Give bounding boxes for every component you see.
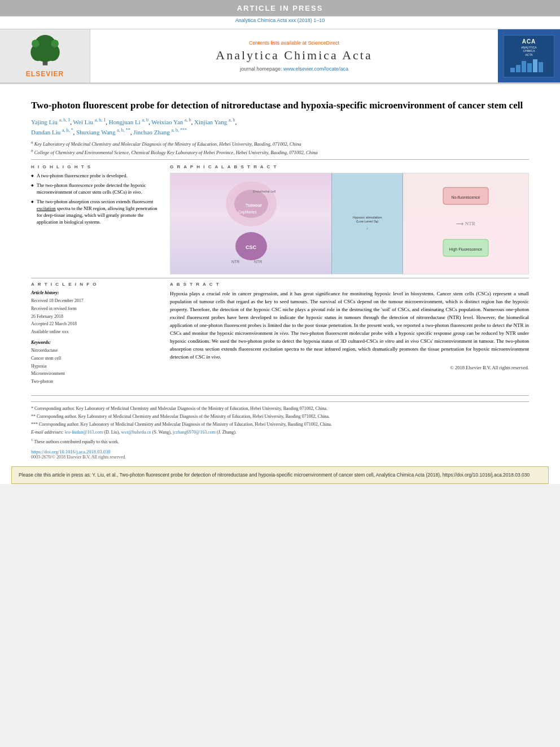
keyword-1: Nitroreductase bbox=[31, 347, 161, 355]
article-history-label: Article history: bbox=[31, 290, 161, 295]
journal-meta-line: Analytica Chimica Acta xxx (2018) 1–10 bbox=[0, 16, 560, 25]
author-shuxiang-wang: Shuxiang Wang bbox=[76, 129, 116, 136]
authors-line: Yajing Liu a, b, 1, Wei Liu a, b, 1, Hon… bbox=[31, 117, 529, 138]
page-wrapper: ARTICLE IN PRESS Analytica Chimica Acta … bbox=[0, 0, 560, 484]
svg-rect-11 bbox=[539, 62, 543, 72]
journal-header: ELSEVIER Contents lists available at Sci… bbox=[0, 25, 560, 84]
svg-rect-7 bbox=[516, 65, 520, 72]
ga-inner: Tumour Capillaries CSC NTR NTR Endotheli… bbox=[170, 173, 528, 274]
email-link-3[interactable]: jczhang6970@163.com bbox=[173, 430, 216, 435]
aca-logo-text: ACA bbox=[522, 38, 536, 45]
author-hongjuan-li: Hongjuan Li bbox=[109, 118, 141, 125]
journal-ref: Analytica Chimica Acta xxx (2018) 1–10 bbox=[235, 18, 325, 23]
highlight-item-3: The two-photon absorption cross section … bbox=[31, 199, 161, 226]
keywords-label: Keywords: bbox=[31, 340, 161, 345]
author-jinchao-zhang: Jinchao Zhang bbox=[133, 129, 169, 136]
graphical-abstract-header: G R A P H I C A L A B S T R A C T bbox=[170, 164, 529, 169]
affiliation-b: b College of Chemistry and Environmental… bbox=[31, 148, 529, 156]
footnote-triple-star: *** Corresponding author. Key Laboratory… bbox=[31, 421, 529, 428]
keyword-3: Hypoxia bbox=[31, 362, 161, 370]
received-revised-label: Received in revised form bbox=[31, 305, 161, 313]
author-dandan-liu: Dandan Liu bbox=[31, 129, 60, 136]
journal-homepage: journal homepage: www.elsevier.com/locat… bbox=[240, 66, 348, 72]
svg-text:CSC: CSC bbox=[246, 244, 257, 250]
svg-point-5 bbox=[51, 40, 59, 47]
author-wei-liu: Wei Liu bbox=[73, 118, 93, 125]
ga-high-fluorescence: High Fluorescence bbox=[440, 234, 491, 266]
available-online: Available online xxx bbox=[31, 328, 161, 336]
footnotes-section: * Corresponding author. Key Laboratory o… bbox=[31, 401, 529, 445]
abstract-header: A B S T R A C T bbox=[170, 282, 529, 287]
svg-rect-8 bbox=[522, 61, 526, 72]
footnote-equal-contribution: 1 These authors contributed equally to t… bbox=[31, 437, 529, 445]
email-link-2[interactable]: wsx@huhedu.cn bbox=[121, 430, 151, 435]
sciencedirect-prefix: Contents lists available at bbox=[249, 40, 308, 46]
main-content: Two-photon fluorescent probe for detecti… bbox=[0, 84, 560, 391]
ga-no-fluorescence: No-fluorescence bbox=[440, 182, 491, 214]
sciencedirect-line: Contents lists available at ScienceDirec… bbox=[249, 40, 339, 46]
citation-text: Please cite this article in press as: Y.… bbox=[19, 471, 541, 479]
article-info-left: A R T I C L E I N F O Article history: R… bbox=[31, 282, 161, 385]
ga-arrow-down: ↓ bbox=[366, 226, 368, 230]
footnote-double-star: ** Corresponding author. Key Laboratory … bbox=[31, 413, 529, 420]
highlight-item-2: The two-photon fluorescence probe detect… bbox=[31, 182, 161, 196]
received-date: Received 18 December 2017 bbox=[31, 297, 161, 305]
highlights-header: H I G H L I G H T S bbox=[31, 164, 161, 169]
elsevier-label: ELSEVIER bbox=[26, 70, 64, 78]
svg-rect-10 bbox=[533, 59, 537, 72]
highlights-graphical-section: H I G H L I G H T S A two-photon fluores… bbox=[31, 164, 529, 274]
affiliations: a Key Laboratory of Medicinal Chemistry … bbox=[31, 139, 529, 156]
svg-text:No-fluorescence: No-fluorescence bbox=[452, 195, 480, 199]
footnote-star: * Corresponding author. Key Laboratory o… bbox=[31, 405, 529, 412]
elsevier-logo-left: ELSEVIER bbox=[0, 29, 90, 82]
ga-middle-panel: Hypoxic stimulation(Low Level O₂) ↓ bbox=[331, 173, 403, 274]
homepage-prefix: journal homepage: bbox=[240, 66, 283, 72]
top-banner-text: ARTICLE IN PRESS bbox=[237, 4, 323, 12]
keyword-2: Cancer stem cell bbox=[31, 355, 161, 362]
doi-link: https://doi.org/10.1016/j.aca.2018.03.03… bbox=[31, 449, 529, 455]
abstract-right: A B S T R A C T Hypoxia plays a crucial … bbox=[170, 282, 529, 385]
footnote-email: E-mail addresses: leo-liudan@163.com (D.… bbox=[31, 429, 529, 436]
ga-tumour-svg: Tumour Capillaries CSC NTR NTR Endotheli… bbox=[215, 176, 288, 272]
doi-section: https://doi.org/10.1016/j.aca.2018.03.03… bbox=[0, 447, 560, 461]
accepted-date: Accepted 22 March 2018 bbox=[31, 320, 161, 328]
graphical-abstract-image: Tumour Capillaries CSC NTR NTR Endotheli… bbox=[170, 173, 529, 274]
journal-title: Analytica Chimica Acta bbox=[216, 48, 372, 63]
svg-text:Endothelial cell: Endothelial cell bbox=[253, 190, 275, 193]
doi-url[interactable]: https://doi.org/10.1016/j.aca.2018.03.03… bbox=[31, 449, 111, 455]
homepage-url[interactable]: www.elsevier.com/locate/aca bbox=[283, 66, 348, 72]
highlights-list: A two-photon fluorescence probe is devel… bbox=[31, 173, 161, 225]
svg-text:Tumour: Tumour bbox=[246, 203, 262, 208]
aca-logo-box: ACA ANALYTICACHIMICAACTA bbox=[504, 35, 554, 77]
aca-logo-subtitle: ANALYTICACHIMICAACTA bbox=[521, 46, 536, 57]
svg-text:NTR: NTR bbox=[231, 260, 239, 264]
journal-center: Contents lists available at ScienceDirec… bbox=[90, 29, 498, 82]
abstract-text: Hypoxia plays a crucial role in cancer p… bbox=[170, 290, 529, 361]
citation-box: Please cite this article in press as: Y.… bbox=[11, 466, 549, 484]
divider-top bbox=[31, 159, 529, 160]
author-yajing-liu: Yajing Liu bbox=[31, 118, 58, 125]
svg-rect-6 bbox=[510, 68, 515, 72]
divider-bottom bbox=[31, 395, 529, 396]
ga-right-panel: No-fluorescence ⟶ NTR High Fluorescence bbox=[403, 173, 528, 274]
graphical-abstract-col: G R A P H I C A L A B S T R A C T Tumour… bbox=[170, 164, 529, 274]
svg-text:NTR: NTR bbox=[254, 260, 262, 264]
issn-line: 0003-2670/© 2018 Elsevier B.V. All right… bbox=[31, 455, 529, 460]
ga-hypoxic-label: Hypoxic stimulation(Low Level O₂) bbox=[353, 216, 382, 225]
email-link-1[interactable]: leo-liudan@163.com bbox=[65, 430, 103, 435]
aca-logo-right: ACA ANALYTICACHIMICAACTA bbox=[498, 29, 560, 82]
svg-point-4 bbox=[32, 40, 40, 47]
sciencedirect-link[interactable]: ScienceDirect bbox=[308, 40, 340, 46]
divider-mid bbox=[31, 278, 529, 278]
received-revised-date: 26 February 2018 bbox=[31, 313, 161, 321]
ga-molecule-off-svg: No-fluorescence bbox=[440, 182, 491, 213]
article-info-abstract-section: A R T I C L E I N F O Article history: R… bbox=[31, 282, 529, 385]
article-title: Two-photon fluorescent probe for detecti… bbox=[31, 99, 529, 112]
keyword-4: Microenvironment bbox=[31, 370, 161, 378]
ga-molecule-on-svg: High Fluorescence bbox=[440, 234, 491, 265]
ga-left-panel: Tumour Capillaries CSC NTR NTR Endotheli… bbox=[170, 173, 331, 274]
affiliation-a: a Key Laboratory of Medicinal Chemistry … bbox=[31, 139, 529, 148]
highlights-col: H I G H L I G H T S A two-photon fluores… bbox=[31, 164, 161, 274]
history-dates: Received 18 December 2017 Received in re… bbox=[31, 297, 161, 335]
article-info-header: A R T I C L E I N F O bbox=[31, 282, 161, 287]
